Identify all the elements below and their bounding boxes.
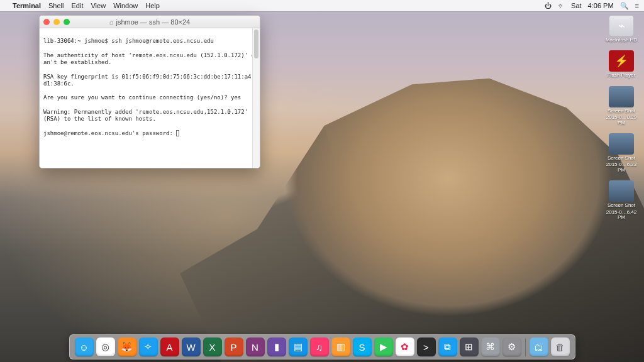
desktop-icon-screenshot-2[interactable]: Screen Shot2015-0…6.33 PM — [602, 133, 640, 173]
minimize-button[interactable] — [53, 19, 60, 25]
menu-window[interactable]: Window — [113, 2, 138, 9]
dock-safari[interactable]: ✧ — [139, 337, 158, 356]
scrollbar-thumb[interactable] — [254, 30, 258, 58]
term-line: Are you sure you want to continue connec… — [43, 94, 241, 101]
desktop: Terminal Shell Edit View Window Help ⏻ ᯤ… — [0, 0, 644, 362]
terminal-title: ⌂jshmoe — ssh — 80×24 — [40, 18, 260, 26]
dock-chrome[interactable]: ◎ — [96, 337, 115, 356]
dock-word[interactable]: W — [182, 337, 201, 356]
desktop-icon-sublabel: 2015-0…0.29 PM — [602, 115, 640, 126]
dock-finder[interactable]: ☺ — [75, 337, 94, 356]
dock-keynote[interactable]: ▤ — [289, 337, 308, 356]
term-line: Warning: Permanently added 'remote.eos.n… — [43, 109, 252, 122]
app-menu[interactable]: Terminal — [13, 2, 41, 9]
dock-itunes[interactable]: ♫ — [310, 337, 329, 356]
home-icon: ⌂ — [109, 18, 114, 26]
desktop-icon-label: Screen Shot — [608, 156, 635, 161]
desktop-icon-label: Screen Shot — [608, 109, 635, 114]
desktop-icon-sublabel: 2015-0…6.42 PM — [602, 210, 640, 221]
desktop-icon-macintosh-hd[interactable]: ⌁Macintosh HD — [606, 15, 637, 43]
menu-view[interactable]: View — [91, 2, 106, 9]
close-button[interactable] — [43, 19, 50, 25]
dock-wrap: ☺◎🦊✧AWXPN▮▤♫▥S▶✿>⧉⊞⌘⚙🗂🗑 — [0, 334, 644, 359]
menubar: Terminal Shell Edit View Window Help ⏻ ᯤ… — [0, 0, 644, 11]
desktop-icon-screenshot-1[interactable]: Screen Shot2015-0…0.29 PM — [602, 86, 640, 126]
menu-shell[interactable]: Shell — [48, 2, 64, 9]
notification-center-icon[interactable]: ≡ — [635, 2, 639, 9]
menubar-left: Terminal Shell Edit View Window Help — [5, 2, 160, 9]
terminal-scrollbar[interactable] — [252, 28, 260, 168]
dock-skype[interactable]: S — [353, 337, 372, 356]
dock: ☺◎🦊✧AWXPN▮▤♫▥S▶✿>⧉⊞⌘⚙🗂🗑 — [69, 334, 575, 359]
dock-acrobat[interactable]: A — [160, 337, 179, 356]
dock-photos[interactable]: ✿ — [396, 337, 414, 356]
menubar-right: ⏻ ᯤ Sat 4:06 PM 🔍 ≡ — [545, 2, 639, 10]
dock-settings[interactable]: ⚙ — [502, 337, 521, 356]
desktop-icon-flash-player[interactable]: ⚡Flash Player — [608, 50, 635, 78]
dock-folder[interactable]: 🗂 — [530, 337, 548, 356]
flash-player-icon: ⚡ — [609, 50, 634, 72]
dock-preview[interactable]: ⧉ — [438, 337, 457, 356]
dock-ibooks[interactable]: ▥ — [331, 337, 350, 356]
terminal-cursor — [176, 130, 179, 136]
terminal-body[interactable]: lib-33064:~ jshmoe$ ssh jshmoe@remote.eo… — [40, 28, 260, 168]
dock-onenote[interactable]: N — [246, 337, 265, 356]
desktop-icon-label: Flash Player — [608, 73, 635, 78]
dock-separator — [525, 339, 526, 356]
wifi-icon[interactable]: ᯤ — [558, 2, 565, 9]
desktop-icon-sublabel: 2015-0…6.33 PM — [602, 162, 640, 173]
menu-edit[interactable]: Edit — [72, 2, 84, 9]
macintosh-hd-icon: ⌁ — [609, 15, 634, 36]
term-line: lib-33064:~ jshmoe$ ssh jshmoe@remote.eo… — [43, 38, 214, 44]
clock-day[interactable]: Sat — [571, 2, 582, 9]
menu-help[interactable]: Help — [145, 2, 160, 9]
status-icon[interactable]: ⏻ — [545, 2, 552, 9]
desktop-icons: ⌁Macintosh HD⚡Flash PlayerScreen Shot201… — [602, 15, 640, 220]
spotlight-icon[interactable]: 🔍 — [620, 2, 629, 10]
dock-firefox[interactable]: 🦊 — [118, 337, 136, 356]
term-line: jshmoe@remote.eos.ncsu.edu's password: — [43, 130, 176, 136]
dock-trash[interactable]: 🗑 — [551, 337, 570, 356]
term-line: The authenticity of host 'remote.eos.ncs… — [43, 52, 255, 65]
dock-terminal[interactable]: > — [417, 337, 436, 356]
terminal-titlebar[interactable]: ⌂jshmoe — ssh — 80×24 — [40, 16, 260, 28]
dock-powerpoint[interactable]: P — [225, 337, 243, 356]
dock-launchpad[interactable]: ⌘ — [481, 337, 500, 356]
clock-time[interactable]: 4:06 PM — [588, 2, 614, 9]
dock-facetime[interactable]: ▶ — [374, 337, 393, 356]
desktop-icon-label: Screen Shot — [608, 203, 635, 208]
term-line: RSA key fingerprint is 01:f5:06:f9:0d:75… — [43, 74, 255, 87]
screenshot-1-icon — [609, 86, 634, 107]
dock-mission[interactable]: ⊞ — [460, 337, 479, 356]
desktop-icon-label: Macintosh HD — [606, 38, 637, 43]
desktop-icon-screenshot-3[interactable]: Screen Shot2015-0…6.42 PM — [602, 180, 640, 220]
dock-excel[interactable]: X — [203, 337, 222, 356]
screenshot-2-icon — [609, 133, 634, 155]
zoom-button[interactable] — [64, 19, 70, 25]
terminal-window[interactable]: ⌂jshmoe — ssh — 80×24 lib-33064:~ jshmoe… — [39, 15, 260, 168]
screenshot-3-icon — [609, 180, 634, 202]
dock-app-purple[interactable]: ▮ — [267, 337, 286, 356]
